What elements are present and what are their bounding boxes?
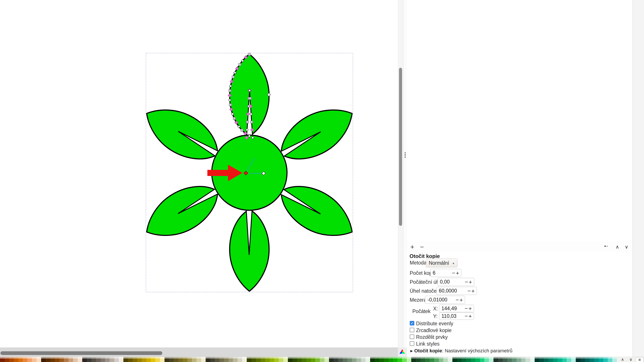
palette-swatch[interactable] (379, 357, 384, 362)
path-node-handle[interactable] (250, 121, 253, 123)
palette-swatch[interactable] (119, 357, 124, 362)
palette-swatch[interactable] (283, 357, 288, 362)
palette-swatch[interactable] (9, 357, 14, 362)
palette-swatch[interactable] (375, 357, 379, 362)
palette-swatch[interactable] (128, 357, 132, 362)
palette-swatch[interactable] (155, 357, 160, 362)
palette-swatch[interactable] (475, 357, 480, 362)
palette-swatch[interactable] (183, 357, 188, 362)
palette-swatch[interactable] (507, 357, 512, 362)
spin-plus-icon[interactable]: + (469, 279, 472, 285)
add-effect-button[interactable]: + (410, 243, 414, 251)
palette-swatch[interactable] (512, 357, 516, 362)
palette-swatch[interactable] (292, 357, 297, 362)
path-node-handle[interactable] (229, 90, 231, 92)
palette-swatch[interactable] (274, 357, 279, 362)
palette-swatch[interactable] (398, 357, 402, 362)
palette-swatch[interactable] (68, 357, 73, 362)
palette-swatch[interactable] (366, 357, 370, 362)
spin-minus-icon[interactable]: − (464, 313, 468, 319)
checkbox-icon[interactable] (410, 335, 414, 339)
palette-swatch[interactable] (87, 357, 92, 362)
path-node-handle[interactable] (246, 121, 249, 123)
palette-swatch[interactable] (164, 357, 169, 362)
checkbox-icon[interactable]: ✓ (410, 321, 414, 326)
palette-swatch[interactable] (78, 357, 82, 362)
palette-swatch[interactable] (471, 357, 475, 362)
palette-swatch[interactable] (407, 357, 411, 362)
copies-input[interactable]: 6 − + (430, 269, 461, 277)
palette-swatch[interactable] (530, 357, 534, 362)
palette-swatch[interactable] (457, 357, 462, 362)
palette-swatch[interactable] (516, 357, 521, 362)
origin-x-input[interactable]: 144,49 − + (439, 305, 474, 312)
palette-swatch[interactable] (498, 357, 503, 362)
palette-swatch[interactable] (306, 357, 311, 362)
palette-swatch[interactable] (60, 357, 64, 362)
path-node-handle[interactable] (249, 97, 251, 100)
palette-swatch[interactable] (352, 357, 356, 362)
palette-swatch[interactable] (46, 357, 50, 362)
palette-swatch[interactable] (411, 357, 416, 362)
palette-swatch[interactable] (430, 357, 434, 362)
palette-swatch[interactable] (462, 357, 466, 362)
spin-minus-icon[interactable]: − (468, 288, 471, 294)
palette-swatch[interactable] (334, 357, 338, 362)
path-node-handle[interactable] (233, 117, 236, 120)
palette-swatch[interactable] (603, 357, 608, 362)
palette-swatch[interactable] (137, 357, 142, 362)
palette-swatch[interactable] (425, 357, 430, 362)
palette-swatch[interactable] (110, 357, 114, 362)
palette-swatch[interactable] (320, 357, 324, 362)
palette-swatch[interactable] (338, 357, 343, 362)
palette-swatch[interactable] (96, 357, 100, 362)
palette-swatch[interactable] (526, 357, 530, 362)
palette-swatch[interactable] (142, 357, 146, 362)
palette-swatch[interactable] (534, 357, 539, 362)
palette-swatch[interactable] (452, 357, 457, 362)
palette-swatch[interactable] (36, 357, 41, 362)
palette-swatch[interactable] (260, 357, 265, 362)
effect-options-icon[interactable]: ●● (604, 244, 608, 248)
palette-swatch[interactable] (41, 357, 46, 362)
palette-swatch[interactable] (238, 357, 242, 362)
palette-swatch[interactable] (484, 357, 489, 362)
palette-swatch[interactable] (384, 357, 388, 362)
palette-swatch[interactable] (233, 357, 238, 362)
rotation-angle-input[interactable]: 60,0000 − + (436, 287, 477, 295)
palette-scroll-down-button[interactable]: ∨ (628, 357, 634, 362)
palette-swatch[interactable] (370, 357, 375, 362)
palette-swatch[interactable] (196, 357, 201, 362)
palette-swatch[interactable] (279, 357, 283, 362)
palette-swatch[interactable] (434, 357, 439, 362)
vertical-scrollbar-thumb[interactable] (399, 68, 402, 226)
palette-swatch[interactable] (548, 357, 553, 362)
checkbox-mirror-copies[interactable]: Zrcadlové kopie (407, 327, 632, 333)
palette-swatch[interactable] (585, 357, 590, 362)
palette-swatch[interactable] (132, 357, 137, 362)
palette-swatch[interactable] (599, 357, 603, 362)
palette-swatch[interactable] (160, 357, 164, 362)
palette-swatch[interactable] (228, 357, 233, 362)
palette-swatch[interactable] (32, 357, 36, 362)
palette-swatch[interactable] (4, 357, 9, 362)
palette-swatch[interactable] (178, 357, 183, 362)
palette-swatch[interactable] (612, 357, 617, 362)
palette-swatch[interactable] (14, 357, 18, 362)
palette-scroll-up-button[interactable]: ∧ (619, 357, 626, 362)
palette-swatch[interactable] (18, 357, 23, 362)
palette-swatch[interactable] (146, 357, 151, 362)
palette-swatch[interactable] (224, 357, 228, 362)
palette-swatch[interactable] (594, 357, 599, 362)
spin-plus-icon[interactable]: + (468, 313, 472, 319)
checkbox-distribute-evenly[interactable]: ✓ Distribute evenly (407, 321, 632, 326)
palette-swatch[interactable] (539, 357, 544, 362)
palette-swatch[interactable] (82, 357, 87, 362)
spin-plus-icon[interactable]: + (456, 270, 459, 276)
path-node-handle[interactable] (229, 104, 232, 106)
spin-minus-icon[interactable]: − (452, 270, 455, 276)
palette-swatch[interactable] (55, 357, 60, 362)
palette-swatch[interactable] (124, 357, 128, 362)
palette-swatch[interactable] (27, 357, 32, 362)
origin-y-input[interactable]: 110,03 − + (439, 312, 474, 320)
